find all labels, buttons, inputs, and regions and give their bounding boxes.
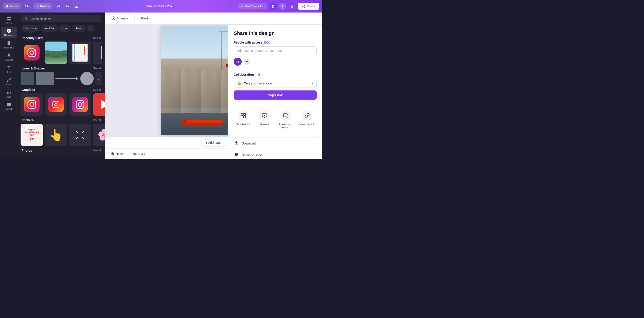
sticker-valentine[interactable]: HAPPYVALENTINE'SDAY ♥♥	[20, 124, 43, 146]
sidebar-item-apps-label: Apps	[6, 96, 12, 98]
sidebar-item-uploads[interactable]: Uploads	[1, 51, 17, 63]
view-only-option[interactable]: View-only link	[297, 108, 317, 132]
view-only-label: View-only link	[300, 123, 314, 126]
collab-section: Collaboration link 🔒 Only you can access…	[228, 73, 322, 106]
share-button[interactable]: Share	[298, 3, 319, 10]
access-level-text: Only you can access	[244, 82, 310, 85]
page-counter[interactable]: Page 1 of 1	[128, 151, 148, 157]
graphic-instagram-2[interactable]	[45, 93, 67, 116]
owner-row: D +	[234, 58, 317, 66]
recently-used-section-header: Recently used See all	[20, 33, 102, 41]
panel-content: Recently used See all	[18, 33, 105, 159]
analytics-button[interactable]	[288, 2, 296, 10]
edit-access-button[interactable]: Edit	[264, 41, 270, 44]
download-icon	[234, 141, 239, 146]
copy-link-button[interactable]: Copy link	[234, 90, 317, 100]
add-page-button[interactable]: + Add page	[201, 139, 226, 147]
recently-used-see-all[interactable]: See all	[93, 36, 101, 39]
position-button[interactable]: Position	[138, 15, 155, 21]
chip-youtube[interactable]: Youtube	[41, 25, 58, 32]
sidebar-item-apps[interactable]: Apps	[1, 88, 17, 100]
chip-line[interactable]: Line	[59, 25, 71, 32]
share-options-grid: Template link Present Present and record	[234, 108, 317, 132]
chip-arrow[interactable]: Arrow	[72, 25, 86, 32]
sticker-burst[interactable]	[69, 124, 91, 146]
notes-icon	[111, 152, 114, 156]
add-people-input[interactable]	[234, 46, 317, 55]
sticker-flower[interactable]: 🌸	[93, 124, 105, 146]
sidebar-item-text[interactable]: Text	[1, 63, 17, 75]
shapes-row: ›	[20, 72, 102, 85]
svg-rect-15	[241, 116, 243, 118]
shapes-more-button[interactable]: ›	[96, 72, 102, 85]
shape-arrow[interactable]	[56, 77, 78, 80]
shape-rectangle[interactable]	[36, 72, 54, 85]
sidebar-item-draw[interactable]: Draw	[1, 76, 17, 88]
present-option[interactable]: Present	[255, 108, 274, 132]
svg-line-8	[82, 137, 84, 139]
photos-see-all[interactable]: See all	[93, 149, 101, 152]
action-row: Download › Share on social › Print your …	[228, 137, 322, 159]
resize-button[interactable]: ★ Resize	[34, 3, 52, 9]
add-collaborator-button[interactable]: +	[279, 3, 286, 10]
present-icon	[259, 110, 270, 121]
add-owner-button[interactable]: +	[244, 58, 250, 65]
graphics-section-header: Graphics See all	[20, 85, 102, 93]
chips-more-button[interactable]: ›	[88, 25, 94, 32]
sidebar-item-brand-hub[interactable]: Brand Hub	[1, 39, 17, 51]
shape-square[interactable]	[20, 72, 34, 85]
sidebar-item-elements[interactable]: Elements	[1, 26, 17, 38]
animate-button[interactable]: Animate	[109, 15, 131, 22]
present-record-option[interactable]: Present and record	[276, 108, 296, 132]
redo-button[interactable]: ↪	[63, 2, 71, 10]
animate-icon	[111, 16, 116, 20]
recently-used-item-landscape[interactable]	[45, 41, 67, 64]
save-status-button[interactable]: ☁	[72, 2, 80, 10]
recently-used-item-instagram[interactable]	[20, 41, 43, 64]
graphic-play-button[interactable]	[93, 93, 105, 116]
canvas-wrapper: Animate Position	[105, 12, 322, 159]
access-section: People with access Edit D +	[234, 41, 317, 66]
graphics-see-all[interactable]: See all	[93, 88, 101, 91]
user-avatar[interactable]: D	[269, 2, 277, 10]
sticker-hand[interactable]: 👆	[45, 124, 67, 146]
access-level-dropdown[interactable]: 🔒 Only you can access ▾	[234, 79, 317, 88]
sidebar-item-elements-label: Elements	[4, 34, 14, 37]
undo-button[interactable]: ↩	[54, 2, 62, 10]
share-social-chevron-icon: ›	[316, 154, 317, 157]
search-bar	[18, 12, 105, 24]
resize-label: Resize	[40, 5, 49, 8]
graphics-row: ›	[20, 93, 102, 116]
template-link-option[interactable]: Template link	[234, 108, 253, 132]
download-action[interactable]: Download ›	[228, 138, 322, 150]
svg-marker-20	[287, 114, 288, 116]
home-button[interactable]: Home	[3, 3, 21, 9]
lines-shapes-see-all[interactable]: See all	[93, 67, 101, 70]
home-label: Home	[10, 5, 18, 8]
search-input-wrap[interactable]	[22, 15, 101, 22]
recently-used-item-notebook[interactable]	[69, 41, 91, 64]
sidebar-item-design[interactable]: Design	[1, 14, 17, 26]
crown-icon: ♛	[241, 4, 244, 8]
page-label: Page 1 of 1	[130, 152, 146, 156]
collab-label: Collaboration link	[234, 73, 317, 76]
template-link-icon	[238, 110, 249, 121]
burst-icon	[73, 128, 87, 142]
sidebar-item-projects[interactable]: Projects	[1, 100, 17, 112]
share-social-action[interactable]: Share on social ›	[228, 150, 322, 159]
project-name: DANNY MAIORCA	[82, 4, 236, 8]
get-canva-pro-button[interactable]: ♛ Get Canva Pro	[238, 3, 268, 9]
sidebar-icons: Design Elements Brand Hub Uploads Text D…	[0, 12, 18, 159]
chip-subscribe[interactable]: Subscribe	[22, 25, 40, 32]
shape-circle[interactable]	[80, 72, 94, 85]
recently-used-item-pencil[interactable]	[93, 41, 102, 64]
download-chevron-icon: ›	[316, 142, 317, 145]
search-input[interactable]	[30, 17, 98, 20]
recently-used-grid	[20, 41, 102, 64]
notes-button[interactable]: Notes	[109, 151, 126, 157]
search-icon	[24, 17, 28, 20]
graphic-instagram-3[interactable]	[69, 93, 91, 116]
file-button[interactable]: File	[22, 3, 32, 9]
graphic-instagram-1[interactable]	[20, 93, 43, 116]
stickers-see-all[interactable]: See all	[93, 119, 101, 122]
